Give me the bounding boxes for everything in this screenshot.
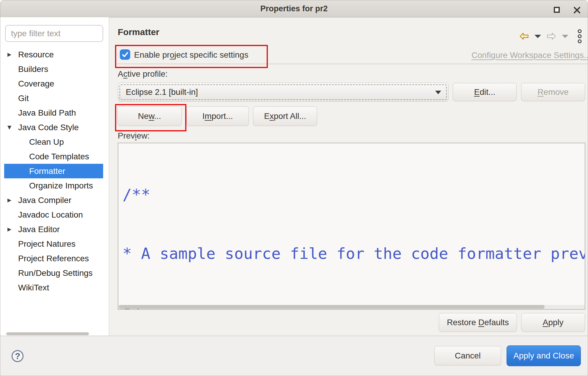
export-all-button[interactable]: Export All...: [253, 106, 317, 126]
formatter-settings-panel: Formatter En: [109, 17, 588, 336]
sidebar-item-label: Organize Imports: [29, 181, 93, 191]
active-profile-value: Eclipse 2.1 [built-in]: [126, 87, 198, 97]
sidebar-item-git[interactable]: Git: [4, 91, 103, 106]
sidebar-item-label: Java Editor: [18, 225, 60, 234]
page-title: Formatter: [118, 27, 159, 37]
configure-workspace-settings-link[interactable]: Configure Workspace Settings...: [471, 51, 588, 60]
apply-and-close-button[interactable]: Apply and Close: [507, 345, 581, 366]
sidebar-item-builders[interactable]: Builders: [4, 62, 103, 76]
tree-expander-icon[interactable]: ▶: [7, 193, 18, 207]
sidebar-item-java-code-style[interactable]: ▼ Java Code Style: [4, 120, 103, 135]
active-profile-label: Active profile:: [118, 69, 168, 79]
sidebar-item-project-references[interactable]: Project References: [4, 251, 103, 266]
sidebar-item-formatter[interactable]: Formatter: [4, 164, 103, 178]
back-button[interactable]: [519, 32, 529, 40]
help-button[interactable]: ?: [12, 350, 23, 362]
sidebar-item-label: Javadoc Location: [18, 210, 83, 220]
sidebar-item-label: Coverage: [18, 79, 54, 89]
restore-defaults-button[interactable]: Restore Defaults: [439, 313, 517, 332]
preview-label: Preview:: [118, 131, 150, 141]
forward-history-dropdown-icon[interactable]: [562, 34, 569, 38]
sidebar-item-label: Project References: [18, 254, 89, 263]
sidebar-item-label: Clean Up: [29, 137, 64, 147]
sidebar-item-organize-imports[interactable]: Organize Imports: [4, 178, 103, 193]
code-preview-text: /** * A sample source file for the code …: [118, 143, 585, 310]
remove-button[interactable]: Remove: [521, 83, 585, 101]
section-separator: [116, 64, 588, 64]
new-profile-button[interactable]: New...: [117, 106, 182, 126]
tree-expander-icon[interactable]: ▶: [7, 222, 18, 237]
title-bar[interactable]: Properties for pr2: [0, 0, 588, 18]
preferences-tree: ▶ Resource Builders Coverage Git Java Bu…: [0, 47, 109, 295]
sidebar-item-code-templates[interactable]: Code Templates: [4, 149, 103, 164]
sidebar-item-label: Formatter: [29, 166, 65, 176]
sidebar-item-label: Code Templates: [29, 152, 89, 161]
question-mark-icon: ?: [15, 351, 20, 361]
sidebar-item-label: Java Build Path: [18, 108, 76, 118]
back-history-dropdown-icon[interactable]: [534, 34, 541, 38]
view-menu-icon[interactable]: [578, 29, 582, 43]
preview-horizontal-scrollbar[interactable]: [118, 305, 585, 309]
dialog-button-bar: ? Cancel Apply and Close: [0, 336, 588, 376]
sidebar-item-wikitext[interactable]: WikiText: [4, 280, 103, 295]
sidebar-item-clean-up[interactable]: Clean Up: [4, 135, 103, 149]
sidebar-item-resource[interactable]: ▶ Resource: [4, 47, 103, 62]
sidebar-item-label: Run/Debug Settings: [18, 268, 93, 278]
tree-expander-icon[interactable]: ▼: [7, 120, 18, 135]
import-button[interactable]: Import...: [186, 106, 249, 126]
sidebar-horizontal-scrollbar[interactable]: [6, 332, 89, 335]
tree-expander-icon[interactable]: ▶: [7, 47, 18, 62]
sidebar-item-label: Resource: [18, 50, 54, 59]
sidebar-item-project-natures[interactable]: Project Natures: [4, 237, 103, 251]
cancel-button[interactable]: Cancel: [434, 346, 501, 366]
edit-button[interactable]: Edit...: [453, 83, 517, 101]
sidebar-item-java-editor[interactable]: ▶ Java Editor: [4, 222, 103, 237]
sidebar-item-label: Git: [18, 94, 29, 103]
sidebar-item-java-build-path[interactable]: Java Build Path: [4, 106, 103, 120]
sidebar-item-coverage[interactable]: Coverage: [4, 76, 103, 91]
sidebar-item-run-debug-settings[interactable]: Run/Debug Settings: [4, 266, 103, 280]
apply-button[interactable]: Apply: [521, 313, 585, 332]
preview-scrollbar-thumb[interactable]: [119, 305, 545, 309]
preferences-sidebar: ▶ Resource Builders Coverage Git Java Bu…: [0, 17, 109, 336]
code-preview-pane: /** * A sample source file for the code …: [118, 143, 585, 310]
sidebar-item-label: Builders: [18, 64, 48, 74]
enable-project-settings-checkbox[interactable]: [120, 49, 130, 60]
close-button[interactable]: [573, 7, 581, 15]
sidebar-item-java-compiler[interactable]: ▶ Java Compiler: [4, 193, 103, 207]
active-profile-select[interactable]: Eclipse 2.1 [built-in]: [118, 83, 449, 102]
combo-dropdown-icon: [435, 91, 441, 94]
sidebar-item-javadoc-location[interactable]: Javadoc Location: [4, 207, 103, 222]
enable-project-settings-label[interactable]: Enable project specific settings: [134, 50, 248, 60]
properties-dialog: Properties for pr2 ▶ Resource Builders C…: [0, 0, 588, 376]
forward-button[interactable]: [547, 32, 556, 40]
sidebar-item-label: WikiText: [18, 283, 49, 292]
maximize-button[interactable]: [554, 7, 560, 13]
window-title: Properties for pr2: [260, 4, 328, 13]
close-icon: [573, 7, 581, 14]
sidebar-item-label: Project Natures: [18, 239, 76, 249]
filter-input[interactable]: [5, 25, 103, 42]
page-navigation: [519, 29, 582, 43]
checkmark-icon: [122, 51, 129, 58]
sidebar-item-label: Java Code Style: [18, 123, 79, 132]
sidebar-item-label: Java Compiler: [18, 196, 71, 205]
